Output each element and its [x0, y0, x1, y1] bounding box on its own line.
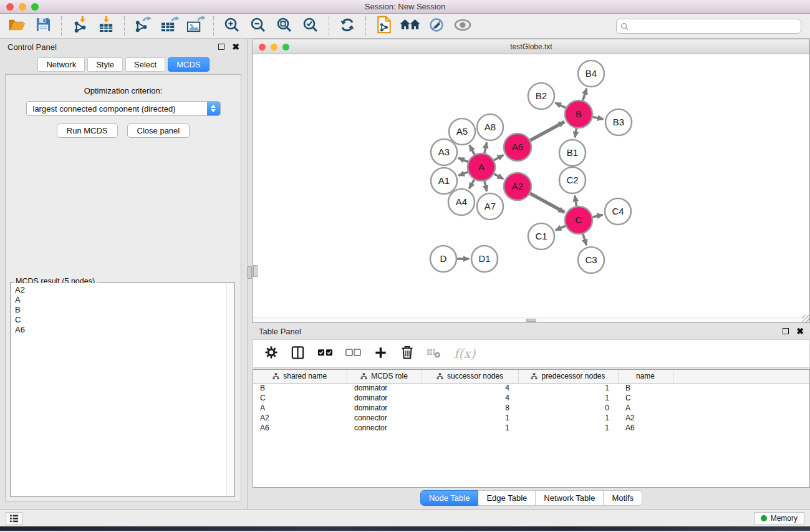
memory-button[interactable]: Memory	[754, 512, 804, 525]
minimize-window-button[interactable]	[19, 3, 26, 11]
graph-edge-C-C2[interactable]	[575, 196, 577, 206]
graph-node-A7[interactable]: A7	[477, 193, 503, 220]
graph-edge-A2-C[interactable]	[530, 193, 564, 212]
float-panel-icon[interactable]	[783, 328, 789, 334]
save-session-button[interactable]	[32, 16, 54, 37]
control-tab-network[interactable]: Network	[37, 57, 85, 72]
graph-edge-A-A4[interactable]	[469, 180, 474, 188]
graph-node-B2[interactable]: B2	[528, 83, 554, 109]
table-cell[interactable]: dominator	[347, 403, 422, 413]
graph-node-B3[interactable]: B3	[605, 109, 632, 135]
export-network-button[interactable]	[132, 16, 153, 37]
column-header-MCDS-role[interactable]: MCDS role	[347, 370, 422, 383]
close-window-button[interactable]	[6, 3, 14, 11]
graph-node-C4[interactable]: C4	[605, 198, 631, 225]
show-column-panel-button[interactable]	[291, 346, 305, 362]
float-panel-icon[interactable]	[218, 44, 224, 50]
graph-node-A4[interactable]: A4	[448, 189, 475, 215]
mcds-result-item[interactable]: A2	[15, 285, 230, 295]
network-graph[interactable]: AA1A2A3A4A5A6A7A8BB1B2B3B4CC1C2C3C4DD1	[253, 54, 809, 322]
export-table-button[interactable]	[158, 16, 180, 37]
table-cell[interactable]: 1	[422, 423, 518, 433]
network-zoom-button[interactable]	[282, 44, 289, 51]
graph-node-D1[interactable]: D1	[471, 246, 498, 272]
table-cell[interactable]: B	[253, 383, 347, 393]
open-network-file-button[interactable]	[374, 16, 395, 37]
graph-edge-A-A7[interactable]	[485, 181, 487, 191]
zoom-fit-button[interactable]	[274, 16, 295, 37]
zoom-selected-button[interactable]	[300, 16, 321, 37]
network-hscroll-thumb[interactable]	[526, 319, 536, 322]
table-cell[interactable]: 8	[422, 403, 518, 413]
graph-node-A2[interactable]: A2	[504, 173, 531, 200]
table-cell[interactable]: A	[253, 403, 347, 413]
import-network-button[interactable]	[69, 16, 90, 37]
table-cell[interactable]: dominator	[347, 383, 422, 393]
network-close-button[interactable]	[259, 44, 266, 51]
table-cell[interactable]: A6	[618, 423, 673, 433]
table-cell[interactable]: dominator	[347, 393, 422, 403]
close-panel-icon[interactable]: ✖	[796, 328, 804, 334]
import-table-button[interactable]	[95, 16, 117, 37]
graph-edge-C-C1[interactable]	[556, 226, 566, 230]
close-panel-button[interactable]: Close panel	[127, 123, 190, 138]
graph-node-A3[interactable]: A3	[431, 139, 457, 165]
graph-edge-B-B3[interactable]	[593, 117, 604, 119]
result-scrollbar[interactable]	[226, 283, 234, 496]
graph-node-A5[interactable]: A5	[449, 118, 475, 145]
deselect-all-columns-button[interactable]	[345, 348, 361, 359]
run-mcds-button[interactable]: Run MCDS	[57, 123, 118, 138]
table-cell[interactable]: 4	[422, 383, 518, 393]
table-cell[interactable]: C	[618, 393, 673, 403]
table-cell[interactable]: 1	[518, 423, 618, 433]
graph-node-A1[interactable]: A1	[431, 168, 457, 194]
graph-node-B4[interactable]: B4	[578, 60, 604, 87]
graph-node-B[interactable]: B	[565, 100, 592, 128]
table-cell[interactable]: 0	[518, 403, 618, 413]
graph-node-C3[interactable]: C3	[578, 247, 604, 273]
graph-node-A8[interactable]: A8	[477, 114, 503, 140]
tab-motifs[interactable]: Motifs	[604, 490, 642, 506]
control-tab-style[interactable]: Style	[87, 57, 123, 72]
column-header-successor-nodes[interactable]: successor nodes	[422, 370, 518, 383]
tab-node-table[interactable]: Node Table	[420, 490, 479, 506]
refresh-layout-button[interactable]	[337, 16, 358, 37]
table-row[interactable]: A2connector11A2	[253, 413, 809, 423]
delete-column-button[interactable]	[400, 345, 414, 362]
graph-node-C2[interactable]: C2	[559, 167, 586, 193]
mcds-result-item[interactable]: B	[15, 305, 230, 315]
table-cell[interactable]: 1	[422, 413, 518, 423]
create-column-button[interactable]	[374, 346, 388, 362]
table-cell[interactable]: connector	[347, 423, 422, 433]
hide-annotations-button[interactable]	[426, 16, 447, 37]
table-settings-button[interactable]	[264, 346, 278, 362]
network-vscroll-thumb[interactable]	[253, 265, 258, 277]
graph-node-C[interactable]: C	[565, 206, 592, 234]
table-row[interactable]: Bdominator41B	[253, 383, 809, 393]
graph-edge-A-A2[interactable]	[494, 174, 503, 179]
graph-edge-C-C4[interactable]	[592, 215, 602, 217]
criterion-dropdown[interactable]: largest connected component (directed)	[26, 101, 221, 116]
close-panel-icon[interactable]: ✖	[232, 44, 239, 50]
task-history-button[interactable]	[6, 512, 22, 525]
apply-function-button[interactable]: f(x)	[454, 346, 475, 361]
column-header-predecessor-nodes[interactable]: predecessor nodes	[518, 370, 618, 383]
home-layout-button[interactable]	[400, 16, 421, 37]
network-view[interactable]: AA1A2A3A4A5A6A7A8BB1B2B3B4CC1C2C3C4DD1	[253, 54, 809, 322]
table-row[interactable]: A6connector11A6	[253, 423, 809, 433]
graph-node-B1[interactable]: B1	[559, 140, 586, 166]
graph-edge-A-A3[interactable]	[458, 158, 468, 162]
table-cell[interactable]: 4	[422, 393, 518, 403]
graph-edge-A-A8[interactable]	[485, 142, 487, 153]
tab-edge-table[interactable]: Edge Table	[478, 490, 536, 506]
zoom-out-button[interactable]	[248, 16, 269, 37]
show-graphics-details-button[interactable]	[452, 16, 473, 37]
mcds-result-item[interactable]: A	[15, 295, 230, 305]
graph-edge-A-A6[interactable]	[494, 155, 503, 160]
graph-node-D[interactable]: D	[430, 246, 456, 272]
mcds-result-item[interactable]: C	[15, 315, 230, 325]
graph-node-A6[interactable]: A6	[504, 133, 531, 161]
table-row[interactable]: Adominator80A	[253, 403, 809, 413]
column-header-name[interactable]: name	[618, 370, 673, 383]
network-hscroll[interactable]	[253, 317, 809, 322]
